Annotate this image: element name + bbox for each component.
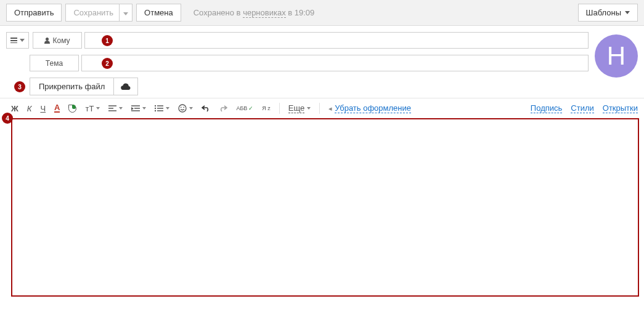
separator — [279, 103, 280, 114]
styles-link[interactable]: Стили — [571, 103, 593, 113]
underline-button[interactable]: Ч — [40, 104, 46, 113]
to-input[interactable] — [84, 32, 589, 49]
italic-button[interactable]: К — [27, 104, 32, 113]
list-icon — [155, 105, 163, 112]
undo-icon — [202, 105, 210, 112]
format-toolbar: Ж К Ч А тТ АБВ✓ Я z Еще ◂ — [0, 98, 644, 118]
compose-header: Кому 1 Тема 2 Прикрепить файл 3 — [0, 26, 644, 98]
drafts-link[interactable]: черновиках — [243, 8, 286, 18]
svg-point-14 — [184, 106, 185, 108]
chevron-down-icon — [625, 11, 630, 14]
separator — [319, 103, 320, 114]
menu-icon — [10, 38, 17, 43]
annotation-4: 4 — [2, 113, 13, 124]
save-button[interactable]: Сохранить — [65, 4, 120, 22]
annotation-2: 2 — [102, 58, 113, 69]
attach-file-button[interactable]: Прикрепить файл — [30, 78, 114, 95]
cards-link[interactable]: Открытки — [603, 103, 638, 113]
align-button[interactable] — [108, 105, 123, 112]
subject-label-button[interactable]: Тема — [30, 55, 79, 71]
annotation-1: 1 — [102, 35, 113, 46]
signature-link[interactable]: Подпись — [531, 103, 562, 113]
message-body[interactable] — [11, 118, 639, 297]
svg-point-13 — [181, 106, 182, 108]
indent-icon — [131, 105, 140, 112]
spellcheck-button[interactable]: АБВ✓ — [236, 106, 253, 111]
redo-icon — [219, 105, 227, 112]
send-button[interactable]: Отправить — [6, 4, 62, 22]
emoji-button[interactable] — [178, 104, 193, 113]
clear-format-button[interactable]: ◂ Убрать оформление — [328, 103, 411, 113]
chevron-down-icon — [123, 12, 128, 15]
avatar: Н — [595, 34, 638, 78]
list-button[interactable] — [155, 105, 169, 112]
save-menu-button[interactable] — [119, 4, 132, 22]
to-label-button[interactable]: Кому — [33, 32, 82, 49]
chevron-down-icon — [20, 39, 25, 42]
align-left-icon — [108, 105, 116, 112]
annotation-3: 3 — [14, 81, 25, 92]
subject-input[interactable] — [81, 55, 589, 71]
undo-button[interactable] — [202, 105, 210, 112]
attach-cloud-button[interactable] — [114, 78, 138, 95]
bold-button[interactable]: Ж — [11, 104, 18, 113]
font-size-button[interactable]: тТ — [85, 104, 100, 113]
templates-button[interactable]: Шаблоны — [578, 4, 638, 22]
svg-point-12 — [179, 105, 186, 112]
redo-button[interactable] — [219, 105, 227, 112]
more-button[interactable]: Еще — [288, 103, 311, 113]
person-icon — [44, 38, 50, 44]
save-status: Сохранено в черновиках в 19:09 — [194, 8, 315, 17]
svg-point-11 — [155, 110, 156, 111]
highlight-button[interactable] — [68, 105, 76, 113]
smile-icon — [178, 104, 187, 113]
svg-point-10 — [155, 107, 156, 108]
translit-button[interactable]: Я z — [262, 106, 271, 111]
cancel-button[interactable]: Отмена — [136, 4, 181, 22]
fields-menu-button[interactable] — [6, 32, 29, 49]
font-color-button[interactable]: А — [54, 104, 60, 113]
paint-icon — [68, 105, 76, 113]
indent-button[interactable] — [131, 105, 146, 112]
cloud-icon — [120, 83, 131, 90]
top-toolbar: Отправить Сохранить Отмена Сохранено в ч… — [0, 0, 644, 26]
arrow-left-icon: ◂ — [328, 105, 332, 113]
svg-point-9 — [155, 105, 156, 106]
